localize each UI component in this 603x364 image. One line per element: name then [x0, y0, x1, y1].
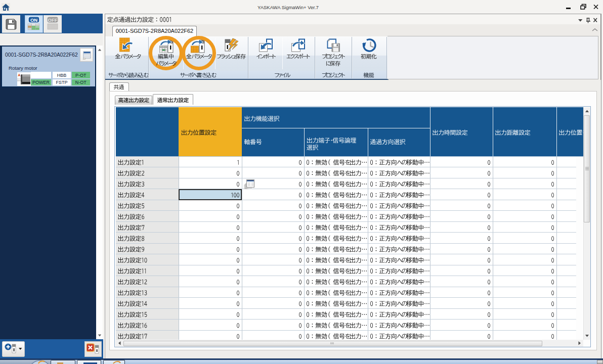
svg-text:A: A — [18, 73, 20, 76]
svg-text:ON: ON — [30, 17, 37, 23]
svg-text:OFF: OFF — [48, 17, 58, 23]
